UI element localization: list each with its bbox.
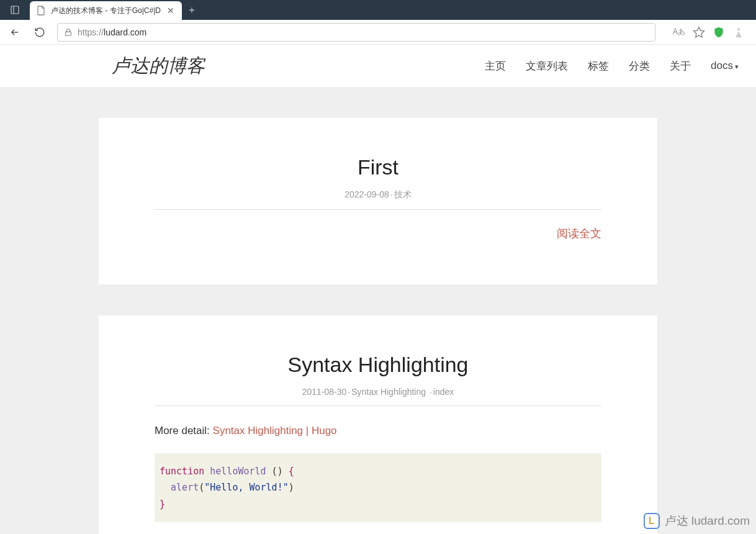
post-title[interactable]: Syntax Highlighting	[155, 353, 601, 377]
watermark: L 卢达 ludard.com	[644, 513, 750, 529]
nav-about[interactable]: 关于	[670, 59, 691, 73]
read-more: 阅读全文	[155, 226, 601, 241]
tab-close-button[interactable]: ✕	[166, 6, 176, 16]
nav-docs[interactable]: docs	[711, 60, 739, 72]
post-title[interactable]: First	[155, 155, 601, 179]
page-favicon	[36, 6, 46, 16]
nav-home[interactable]: 主页	[485, 59, 506, 73]
browser-tab-active[interactable]: 卢达的技术博客 - 专注于Go|C#|D ✕	[30, 1, 182, 20]
post-category[interactable]: Syntax Highlighting	[351, 387, 426, 397]
nav-posts[interactable]: 文章列表	[526, 59, 568, 73]
shield-icon[interactable]	[713, 26, 725, 38]
post-date: 2022-09-08	[344, 189, 389, 199]
site-title[interactable]: 卢达的博客	[112, 53, 205, 79]
svg-rect-0	[11, 6, 19, 14]
post-category[interactable]: 技术	[394, 189, 412, 199]
back-button[interactable]	[5, 22, 25, 42]
watermark-text: 卢达 ludard.com	[665, 513, 750, 529]
content-link[interactable]: Syntax Highlighting | Hugo	[213, 425, 337, 437]
content-text: More detail:	[155, 425, 213, 437]
code-block: function helloWorld () { alert("Hello, W…	[155, 453, 601, 522]
post-card: First 2022-09-08·技术 阅读全文	[99, 118, 657, 284]
lock-icon	[64, 28, 73, 37]
read-more-link[interactable]: 阅读全文	[557, 227, 601, 240]
profile-icon[interactable]	[732, 26, 745, 38]
new-tab-button[interactable]: ＋	[182, 0, 202, 20]
post-tag[interactable]: index	[433, 387, 454, 397]
sidebar-toggle[interactable]	[0, 0, 30, 20]
tab-strip: 卢达的技术博客 - 专注于Go|C#|D ✕ ＋	[0, 0, 756, 20]
content-area: First 2022-09-08·技术 阅读全文 Syntax Highligh…	[0, 87, 756, 534]
site-header: 卢达的博客 主页 文章列表 标签 分类 关于 docs	[0, 45, 756, 87]
favorite-icon[interactable]	[693, 26, 705, 38]
address-bar[interactable]: https://ludard.com	[57, 23, 655, 42]
site-nav: 主页 文章列表 标签 分类 关于 docs	[485, 59, 739, 73]
watermark-logo: L	[644, 513, 660, 529]
url-toolbar: https://ludard.com Aあ	[0, 20, 756, 45]
tab-title: 卢达的技术博客 - 专注于Go|C#|D	[51, 6, 161, 16]
translate-icon[interactable]: Aあ	[673, 26, 685, 38]
post-date: 2011-08-30	[302, 387, 347, 397]
nav-categories[interactable]: 分类	[629, 59, 650, 73]
svg-rect-2	[66, 32, 71, 35]
nav-tags[interactable]: 标签	[588, 59, 609, 73]
refresh-button[interactable]	[30, 22, 50, 42]
post-card: Syntax Highlighting 2011-08-30·Syntax Hi…	[99, 315, 657, 534]
url-text: https://ludard.com	[78, 27, 146, 37]
post-meta: 2011-08-30·Syntax Highlighting ·index	[155, 387, 601, 406]
post-content: More detail: Syntax Highlighting | Hugo …	[155, 425, 601, 522]
post-meta: 2022-09-08·技术	[155, 189, 601, 210]
